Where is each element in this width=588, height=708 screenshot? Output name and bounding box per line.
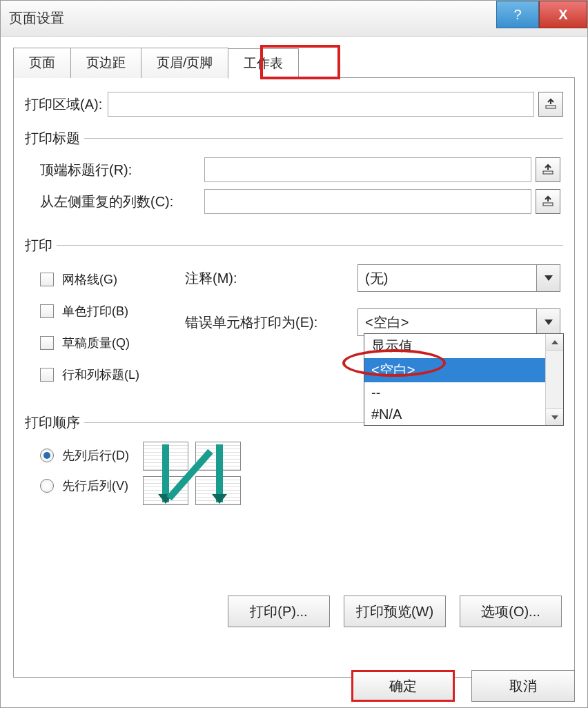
dialog-action-buttons: 确定 取消 [351, 670, 575, 702]
print-preview-button[interactable]: 打印预览(W) [344, 596, 446, 627]
order-arrow-icon [216, 444, 223, 502]
collapse-icon [542, 164, 554, 176]
comments-label: 注释(M): [185, 269, 357, 288]
headings-row[interactable]: 行和列标题(L) [40, 366, 185, 383]
errors-option-na[interactable]: #N/A [364, 404, 563, 425]
print-legend: 打印 [25, 236, 57, 255]
window-buttons: ? X [496, 1, 587, 28]
scroll-down-icon[interactable] [546, 409, 563, 425]
cancel-button[interactable]: 取消 [471, 670, 575, 702]
close-button[interactable]: X [539, 1, 587, 28]
draft-label: 草稿质量(Q) [62, 335, 130, 351]
print-button[interactable]: 打印(P)... [228, 596, 330, 627]
help-icon: ? [513, 7, 521, 23]
errors-option-dashes[interactable]: -- [364, 382, 563, 404]
sheet-action-buttons: 打印(P)... 打印预览(W) 选项(O)... [228, 596, 562, 627]
down-over-row[interactable]: 先列后行(D) [40, 447, 129, 464]
errors-value: <空白> [365, 313, 409, 332]
left-cols-picker[interactable] [536, 189, 560, 214]
dialog-content: 页面 页边距 页眉/页脚 工作表 打印区域(A): 打印标题 顶端标题行(R): [1, 37, 587, 707]
draft-checkbox[interactable] [40, 336, 54, 350]
comments-combo[interactable]: (无) [357, 264, 560, 292]
window-title: 页面设置 [9, 9, 64, 28]
bw-checkbox[interactable] [40, 304, 54, 318]
scroll-up-icon[interactable] [546, 334, 563, 351]
print-area-input[interactable] [108, 92, 534, 117]
errors-option-displayed[interactable]: 显示值 [364, 334, 563, 358]
errors-dropdown-list: 显示值 <空白> -- #N/A [364, 333, 564, 426]
errors-option-blank[interactable]: <空白> [364, 358, 563, 382]
tab-header-footer[interactable]: 页眉/页脚 [141, 48, 228, 78]
bw-row[interactable]: 单色打印(B) [40, 303, 185, 319]
top-rows-picker[interactable] [536, 157, 560, 182]
options-button[interactable]: 选项(O)... [460, 596, 562, 627]
gridlines-label: 网格线(G) [62, 271, 117, 288]
comments-value: (无) [365, 269, 388, 288]
left-cols-label: 从左侧重复的列数(C): [40, 193, 199, 211]
headings-label: 行和列标题(L) [62, 366, 139, 383]
page-setup-dialog: 页面设置 ? X 页面 页边距 页眉/页脚 工作表 打印区域(A): 打印标题 [0, 0, 588, 708]
ok-button[interactable]: 确定 [351, 670, 455, 702]
print-order-content: 先列后行(D) 先行后列(V) [40, 442, 560, 508]
top-rows-row: 顶端标题行(R): [40, 157, 560, 182]
left-cols-row: 从左侧重复的列数(C): [40, 189, 560, 214]
chevron-down-icon [536, 309, 560, 335]
print-checkboxes: 网格线(G) 单色打印(B) 草稿质量(Q) 行和列标题(L) [40, 264, 185, 398]
draft-row[interactable]: 草稿质量(Q) [40, 335, 185, 351]
print-area-label: 打印区域(A): [25, 95, 102, 114]
headings-checkbox[interactable] [40, 368, 54, 382]
over-down-label: 先行后列(V) [62, 478, 128, 494]
over-down-radio[interactable] [40, 479, 54, 493]
over-down-row[interactable]: 先行后列(V) [40, 478, 129, 494]
left-cols-input[interactable] [204, 189, 531, 214]
bw-label: 单色打印(B) [62, 303, 128, 319]
print-area-row: 打印区域(A): [25, 92, 563, 117]
errors-combo[interactable]: <空白> [357, 308, 560, 336]
chevron-down-icon [536, 265, 560, 291]
tab-page[interactable]: 页面 [13, 48, 71, 78]
top-rows-input[interactable] [204, 157, 531, 182]
print-titles-legend: 打印标题 [25, 129, 84, 148]
print-order-radios: 先列后行(D) 先行后列(V) [40, 442, 129, 508]
tab-strip: 页面 页边距 页眉/页脚 工作表 [13, 48, 575, 78]
down-over-label: 先列后行(D) [62, 447, 129, 464]
sheet-tab-panel: 打印区域(A): 打印标题 顶端标题行(R): 从左侧重复的列数(C): [13, 77, 575, 678]
help-button[interactable]: ? [496, 1, 539, 28]
dropdown-scrollbar[interactable] [545, 334, 563, 425]
errors-label: 错误单元格打印为(E): [185, 313, 357, 332]
gridlines-checkbox[interactable] [40, 273, 54, 286]
collapse-icon [542, 195, 554, 208]
close-icon: X [558, 7, 567, 23]
gridlines-row[interactable]: 网格线(G) [40, 271, 185, 288]
svg-rect-1 [543, 171, 553, 174]
tab-margins[interactable]: 页边距 [70, 48, 141, 78]
tab-sheet[interactable]: 工作表 [228, 48, 299, 79]
svg-rect-0 [546, 106, 556, 108]
print-order-diagram [143, 442, 246, 508]
order-arrow-diagonal-icon [166, 446, 222, 501]
down-over-radio[interactable] [40, 449, 54, 462]
collapse-icon [545, 98, 557, 110]
errors-row: 错误单元格打印为(E): <空白> [185, 308, 560, 336]
print-order-group: 打印顺序 先列后行(D) 先行后列(V) [25, 413, 563, 511]
svg-rect-2 [543, 203, 553, 206]
titlebar: 页面设置 ? X [1, 1, 587, 37]
comments-row: 注释(M): (无) [185, 264, 560, 292]
print-titles-group: 打印标题 顶端标题行(R): 从左侧重复的列数(C): [25, 129, 563, 224]
print-order-legend: 打印顺序 [25, 413, 84, 432]
print-area-picker[interactable] [538, 92, 563, 117]
top-rows-label: 顶端标题行(R): [40, 161, 199, 179]
